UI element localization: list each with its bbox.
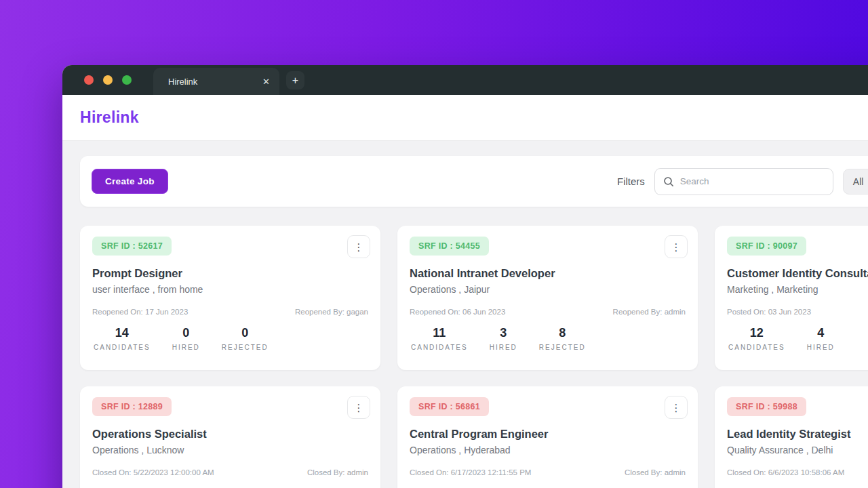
job-department-location: Marketing , Marketing — [727, 284, 868, 295]
job-title: Lead Identity Strategist — [727, 428, 868, 441]
card-meta-right: Reopened By: gagan — [295, 308, 368, 316]
job-card[interactable]: SRF ID : 54455⋮National Intranet Develop… — [397, 226, 698, 370]
card-meta-left: Posted On: 03 Jun 2023 — [727, 308, 811, 316]
job-department-location: Operations , Lucknow — [92, 445, 368, 455]
card-meta-row: Closed On: 6/17/2023 12:11:55 PMClosed B… — [410, 468, 686, 476]
card-meta-row: Reopened On: 06 Jun 2023Reopened By: adm… — [410, 308, 686, 316]
stat-value: 0 — [172, 326, 200, 340]
job-title: Central Program Engineer — [410, 428, 686, 441]
srf-id-badge: SRF ID : 59988 — [727, 397, 806, 416]
card-meta-left: Closed On: 6/17/2023 12:11:55 PM — [410, 468, 531, 476]
minimize-window-icon[interactable] — [103, 75, 113, 85]
tab-close-icon[interactable]: ✕ — [262, 77, 270, 87]
tab-title: Hirelink — [168, 77, 262, 87]
new-tab-button[interactable]: + — [286, 71, 304, 89]
search-box[interactable] — [654, 168, 833, 195]
stat-hired: 4HIRED — [807, 326, 835, 351]
card-meta-right: Closed By: admin — [625, 468, 686, 476]
page-header: Hirelink — [62, 95, 868, 141]
card-menu-button[interactable]: ⋮ — [665, 235, 688, 258]
card-meta-row: Posted On: 03 Jun 2023 — [727, 308, 868, 316]
app-logo: Hirelink — [80, 108, 139, 127]
create-job-button[interactable]: Create Job — [92, 169, 168, 194]
browser-window: Hirelink ✕ + Hirelink Create Job Filters — [62, 65, 868, 488]
browser-chrome: Hirelink ✕ + — [62, 65, 868, 95]
job-card[interactable]: SRF ID : 56861⋮Central Program EngineerO… — [397, 386, 698, 488]
stat-label: REJECTED — [539, 344, 586, 351]
job-card[interactable]: SRF ID : 52617⋮Prompt Designeruser inter… — [80, 226, 380, 370]
card-meta-row: Reopened On: 17 Jun 2023Reopened By: gag… — [92, 308, 368, 316]
stat-label: HIRED — [490, 344, 517, 351]
browser-tab[interactable]: Hirelink ✕ — [153, 68, 279, 95]
card-meta-left: Closed On: 5/22/2023 12:00:00 AM — [92, 468, 214, 476]
stat-candidates: 12CANDIDATES — [728, 326, 785, 351]
stat-value: 3 — [490, 326, 517, 340]
toolbar: Create Job Filters All — [80, 156, 868, 207]
card-stats-row: 12CANDIDATES4HIRED — [727, 326, 868, 351]
job-department-location: Operations , Hyderabad — [410, 445, 686, 455]
card-meta-row: Closed On: 5/22/2023 12:00:00 AMClosed B… — [92, 468, 368, 476]
stat-label: CANDIDATES — [728, 344, 785, 351]
filters-label[interactable]: Filters — [617, 176, 645, 187]
card-meta-right: Closed By: admin — [307, 468, 368, 476]
job-title: Prompt Designer — [92, 267, 368, 280]
stat-hired: 3HIRED — [490, 326, 517, 351]
stat-candidates: 11CANDIDATES — [411, 326, 468, 351]
stat-value: 11 — [411, 326, 468, 340]
job-card[interactable]: SRF ID : 59988⋮Lead Identity StrategistQ… — [715, 386, 868, 488]
card-meta-right: Reopened By: admin — [613, 308, 686, 316]
card-menu-button[interactable]: ⋮ — [665, 396, 688, 419]
job-card[interactable]: SRF ID : 90097⋮Customer Identity Consult… — [715, 226, 868, 370]
job-title: Customer Identity Consultant — [727, 267, 868, 280]
srf-id-badge: SRF ID : 56861 — [410, 397, 489, 416]
stat-label: HIRED — [807, 344, 835, 351]
stat-value: 12 — [728, 326, 785, 340]
card-meta-left: Closed On: 6/6/2023 10:58:06 AM — [727, 468, 844, 476]
maximize-window-icon[interactable] — [122, 75, 132, 85]
stat-label: REJECTED — [222, 344, 269, 351]
job-title: Operations Specialist — [92, 428, 368, 441]
card-meta-row: Closed On: 6/6/2023 10:58:06 AM — [727, 468, 868, 476]
srf-id-badge: SRF ID : 90097 — [727, 237, 806, 256]
search-icon — [663, 176, 674, 187]
job-department-location: Quality Assurance , Delhi — [727, 445, 868, 455]
stat-rejected: 8REJECTED — [539, 326, 586, 351]
stat-rejected: 0REJECTED — [222, 326, 269, 351]
job-title: National Intranet Developer — [410, 267, 686, 280]
job-card[interactable]: SRF ID : 12889⋮Operations SpecialistOper… — [80, 386, 380, 488]
stat-label: CANDIDATES — [411, 344, 468, 351]
srf-id-badge: SRF ID : 54455 — [410, 237, 489, 256]
stat-candidates: 14CANDIDATES — [94, 326, 151, 351]
card-stats-row: 11CANDIDATES3HIRED8REJECTED — [410, 326, 686, 351]
filter-all-dropdown[interactable]: All — [843, 169, 868, 195]
filter-all-label: All — [853, 176, 864, 187]
card-stats-row: 14CANDIDATES0HIRED0REJECTED — [92, 326, 368, 351]
stat-value: 4 — [807, 326, 835, 340]
stat-value: 0 — [222, 326, 269, 340]
stat-hired: 0HIRED — [172, 326, 200, 351]
card-menu-button[interactable]: ⋮ — [347, 396, 370, 419]
job-department-location: Operations , Jaipur — [410, 284, 686, 295]
main-content: Create Job Filters All SRF ID : 52617⋮Pr… — [62, 141, 868, 488]
plus-icon: + — [292, 75, 298, 87]
srf-id-badge: SRF ID : 52617 — [92, 237, 172, 256]
stat-value: 8 — [539, 326, 586, 340]
search-input[interactable] — [680, 176, 825, 186]
srf-id-badge: SRF ID : 12889 — [92, 397, 172, 416]
stat-value: 14 — [94, 326, 151, 340]
stat-label: CANDIDATES — [94, 344, 151, 351]
job-department-location: user interface , from home — [92, 284, 368, 295]
toolbar-right-cluster: Filters All — [617, 168, 868, 195]
job-cards-grid: SRF ID : 52617⋮Prompt Designeruser inter… — [80, 226, 868, 488]
card-meta-left: Reopened On: 06 Jun 2023 — [410, 308, 505, 316]
card-menu-button[interactable]: ⋮ — [347, 235, 370, 258]
close-window-icon[interactable] — [84, 75, 94, 85]
stat-label: HIRED — [172, 344, 200, 351]
traffic-lights — [62, 75, 132, 95]
card-meta-left: Reopened On: 17 Jun 2023 — [92, 308, 188, 316]
